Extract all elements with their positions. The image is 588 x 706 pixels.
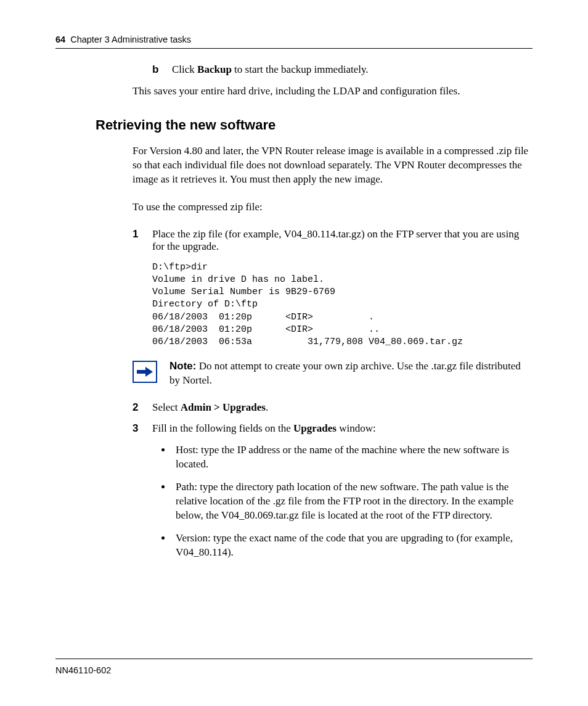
step-number: 1 — [133, 228, 152, 253]
substep-b: b Click Backup to start the backup immed… — [152, 64, 533, 76]
paragraph-save: This saves your entire hard drive, inclu… — [133, 84, 533, 99]
step-text: Place the zip file (for example, V04_80.… — [152, 228, 533, 253]
note-label: Note: — [169, 360, 196, 372]
page: 64 Chapter 3 Administrative tasks b Clic… — [0, 0, 588, 706]
substep-text: Click Backup to start the backup immedia… — [172, 64, 533, 76]
code-block: D:\ftp>dir Volume in drive D has no labe… — [152, 261, 533, 349]
arrow-icon — [133, 361, 157, 383]
step-1: 1 Place the zip file (for example, V04_8… — [133, 228, 533, 253]
list-item: Path: type the directory path location o… — [172, 480, 533, 523]
step-text: Select Admin > Upgrades. — [152, 401, 533, 414]
list-item: Host: type the IP address or the name of… — [172, 443, 533, 472]
page-footer: NN46110-602 — [55, 659, 533, 675]
note-body: Do not attempt to create your own zip ar… — [169, 360, 521, 386]
doc-id: NN46110-602 — [55, 665, 111, 675]
step-number: 2 — [133, 401, 152, 414]
substep-label: b — [152, 64, 172, 76]
paragraph-touse: To use the compressed zip file: — [133, 200, 533, 215]
list-item: Version: type the exact name of the code… — [172, 532, 533, 560]
note-text: Note: Do not attempt to create your own … — [169, 359, 533, 388]
note-box: Note: Do not attempt to create your own … — [133, 359, 533, 388]
chapter-title: Chapter 3 Administrative tasks — [70, 35, 191, 44]
section-heading: Retrieving the new software — [96, 117, 533, 133]
step-number: 3 — [133, 422, 152, 435]
bullet-list: Host: type the IP address or the name of… — [172, 443, 533, 560]
step-3: 3 Fill in the following fields on the Up… — [133, 422, 533, 435]
paragraph-intro: For Version 4.80 and later, the VPN Rout… — [133, 144, 533, 187]
page-number: 64 — [55, 35, 65, 44]
content-area: b Click Backup to start the backup immed… — [133, 64, 533, 560]
step-2: 2 Select Admin > Upgrades. — [133, 401, 533, 414]
step-text: Fill in the following fields on the Upgr… — [152, 422, 533, 435]
page-header: 64 Chapter 3 Administrative tasks — [55, 35, 533, 49]
svg-marker-0 — [137, 367, 153, 377]
